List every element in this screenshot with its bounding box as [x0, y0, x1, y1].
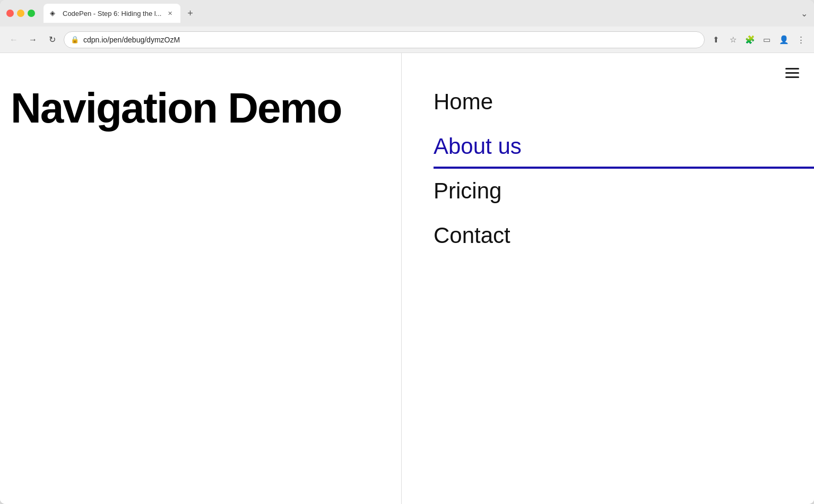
main-panel: Navigation Demo: [0, 53, 402, 504]
hamburger-line-3: [785, 76, 799, 78]
url-text: cdpn.io/pen/debug/dymzOzM: [83, 36, 698, 44]
active-tab[interactable]: ◈ CodePen - Step 6: Hiding the l... ✕: [44, 4, 180, 23]
tab-favicon-icon: ◈: [50, 9, 58, 18]
profile-icon[interactable]: 👤: [777, 33, 791, 47]
addressbar: ← → ↻ 🔒 cdpn.io/pen/debug/dymzOzM ⬆ ☆ 🧩 …: [0, 27, 814, 53]
tab-close-button[interactable]: ✕: [166, 9, 174, 18]
sidebar-icon[interactable]: ▭: [760, 33, 774, 47]
nav-item-about[interactable]: About us: [434, 124, 814, 169]
nav-item-contact[interactable]: Contact: [434, 213, 814, 258]
page-content: Navigation Demo Home About us Pricing: [0, 53, 814, 504]
reload-icon: ↻: [49, 34, 56, 45]
tab-bar: ◈ CodePen - Step 6: Hiding the l... ✕ +: [44, 4, 796, 23]
extensions-icon[interactable]: 🧩: [743, 33, 757, 47]
tab-title-label: CodePen - Step 6: Hiding the l...: [63, 10, 161, 18]
new-tab-button[interactable]: +: [183, 6, 197, 21]
nav-panel: Home About us Pricing Contact: [402, 53, 814, 504]
forward-button[interactable]: →: [25, 32, 40, 47]
maximize-dot[interactable]: [28, 10, 35, 17]
nav-link-contact[interactable]: Contact: [434, 223, 510, 248]
hamburger-line-1: [785, 68, 799, 69]
page-heading: Navigation Demo: [11, 85, 341, 132]
hamburger-line-2: [785, 72, 799, 74]
nav-link-about[interactable]: About us: [434, 134, 522, 159]
nav-item-home[interactable]: Home: [434, 80, 814, 124]
browser-window: ◈ CodePen - Step 6: Hiding the l... ✕ + …: [0, 0, 814, 504]
lock-icon: 🔒: [71, 36, 79, 44]
share-icon[interactable]: ⬆: [709, 33, 723, 47]
titlebar-right: ⌄: [801, 8, 808, 19]
hamburger-button[interactable]: [785, 68, 799, 78]
titlebar: ◈ CodePen - Step 6: Hiding the l... ✕ + …: [0, 0, 814, 27]
bookmark-icon[interactable]: ☆: [726, 33, 740, 47]
nav-item-pricing[interactable]: Pricing: [434, 169, 814, 213]
back-icon: ←: [10, 35, 18, 45]
nav-link-pricing[interactable]: Pricing: [434, 178, 501, 203]
traffic-lights: [6, 10, 35, 17]
menu-icon[interactable]: ⋮: [794, 33, 808, 47]
nav-list: Home About us Pricing Contact: [434, 80, 814, 258]
back-button[interactable]: ←: [6, 32, 21, 47]
nav-link-home[interactable]: Home: [434, 89, 493, 114]
toolbar-icons: ⬆ ☆ 🧩 ▭ 👤 ⋮: [709, 33, 808, 47]
chevron-down-icon[interactable]: ⌄: [801, 8, 808, 19]
close-dot[interactable]: [6, 10, 14, 17]
forward-icon: →: [29, 35, 37, 45]
minimize-dot[interactable]: [17, 10, 24, 17]
reload-button[interactable]: ↻: [45, 32, 59, 47]
address-bar[interactable]: 🔒 cdpn.io/pen/debug/dymzOzM: [64, 31, 705, 48]
